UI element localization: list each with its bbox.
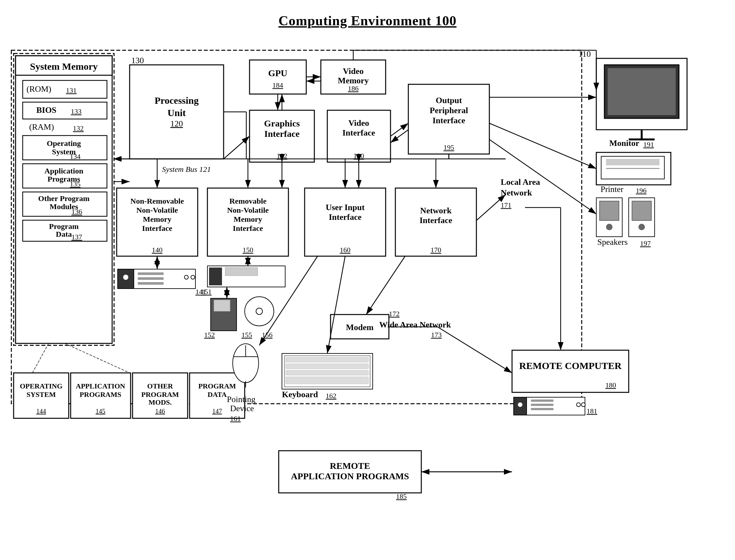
svg-text:(ROM): (ROM) [27,84,52,94]
svg-text:Modules: Modules [50,202,78,211]
svg-rect-48 [327,110,390,162]
svg-rect-108 [601,156,664,179]
svg-rect-132 [531,399,553,402]
svg-text:141: 141 [196,288,206,296]
svg-text:PROGRAM: PROGRAM [198,382,236,390]
svg-rect-117 [632,201,651,220]
svg-text:Interface: Interface [432,116,465,125]
svg-text:Video: Video [349,118,369,128]
svg-line-204 [327,256,345,353]
svg-text:APPLICATION: APPLICATION [76,382,125,390]
svg-rect-82 [138,282,164,285]
svg-text:Output: Output [436,96,462,105]
svg-text:Interface: Interface [419,216,452,225]
svg-line-190 [489,123,596,169]
svg-text:APPLICATION PROGRAMS: APPLICATION PROGRAMS [291,471,409,481]
svg-rect-5 [16,56,112,343]
svg-rect-57 [117,188,198,256]
svg-text:160: 160 [340,246,351,254]
svg-text:196: 196 [636,186,646,195]
svg-text:181: 181 [587,407,597,415]
page-title: Computing Environment 100 [0,0,735,29]
svg-line-188 [390,130,408,143]
svg-text:System Bus 121: System Bus 121 [162,165,211,173]
svg-text:152: 152 [204,331,215,339]
svg-text:130: 130 [131,56,144,65]
svg-text:137: 137 [72,233,82,241]
svg-line-191 [489,139,596,214]
svg-rect-6 [16,56,112,75]
svg-rect-163 [286,370,368,375]
svg-rect-32 [130,65,224,159]
svg-rect-40 [321,60,385,94]
svg-rect-16 [23,136,107,160]
svg-point-83 [184,275,188,279]
svg-text:162: 162 [326,392,337,400]
page: Computing Environment 100 System Memory … [0,0,735,560]
svg-rect-69 [305,188,385,256]
svg-rect-3 [11,50,582,404]
svg-point-94 [245,297,274,326]
svg-rect-126 [512,350,629,392]
svg-text:Non-Volatile: Non-Volatile [227,206,269,214]
svg-text:170: 170 [431,246,441,254]
svg-text:161: 161 [230,414,241,423]
svg-text:GPU: GPU [268,68,287,78]
svg-rect-86 [208,266,285,287]
svg-text:Processing: Processing [155,95,199,106]
svg-text:Removable: Removable [230,197,267,205]
svg-text:120: 120 [171,119,183,128]
svg-text:155: 155 [242,331,252,339]
svg-text:Monitor: Monitor [609,138,639,148]
diagram-svg: System Memory (ROM) 131 BIOS 133 (RAM) 1… [0,0,735,560]
svg-point-131 [518,402,522,407]
svg-rect-134 [531,408,553,410]
svg-text:Network: Network [420,206,452,215]
svg-text:Keyboard: Keyboard [282,390,318,399]
svg-rect-150 [133,373,188,418]
svg-text:182: 182 [277,152,288,160]
svg-text:Interface: Interface [329,212,362,222]
svg-point-136 [581,403,585,407]
svg-point-79 [123,275,128,280]
svg-rect-133 [531,404,553,406]
svg-text:173: 173 [431,331,442,339]
svg-text:135: 135 [70,180,81,188]
svg-rect-155 [190,373,245,418]
svg-rect-73 [395,188,476,256]
svg-text:Pointing: Pointing [227,395,255,404]
svg-point-95 [256,308,263,315]
svg-rect-114 [599,201,619,220]
svg-rect-146 [71,373,131,418]
svg-text:Interface: Interface [265,129,300,139]
svg-text:OTHER: OTHER [147,382,173,390]
svg-text:145: 145 [96,408,105,415]
svg-text:DATA: DATA [208,390,227,399]
svg-text:Non-Removable: Non-Removable [130,197,184,205]
svg-rect-110 [606,168,659,169]
svg-text:Memory: Memory [338,76,368,85]
svg-text:191: 191 [643,140,654,149]
svg-text:MODS.: MODS. [148,398,172,406]
svg-rect-87 [209,268,222,285]
svg-text:Peripheral: Peripheral [430,106,468,115]
svg-text:Interface: Interface [342,128,375,137]
svg-rect-116 [629,198,655,237]
svg-text:150: 150 [243,246,254,254]
svg-text:Memory: Memory [234,215,262,223]
svg-rect-113 [596,198,622,237]
svg-text:185: 185 [396,492,407,500]
svg-text:186: 186 [348,84,359,92]
svg-text:156: 156 [262,331,273,339]
svg-rect-138 [279,451,421,493]
svg-rect-107 [596,152,671,185]
svg-text:Speakers: Speakers [597,237,628,247]
svg-rect-100 [596,58,687,130]
svg-text:140: 140 [152,246,163,254]
svg-rect-78 [118,269,134,289]
svg-rect-80 [138,272,164,275]
svg-text:Interface: Interface [233,224,263,232]
svg-line-211 [437,327,512,373]
svg-text:195: 195 [444,143,454,151]
svg-text:System Memory: System Memory [30,61,98,72]
